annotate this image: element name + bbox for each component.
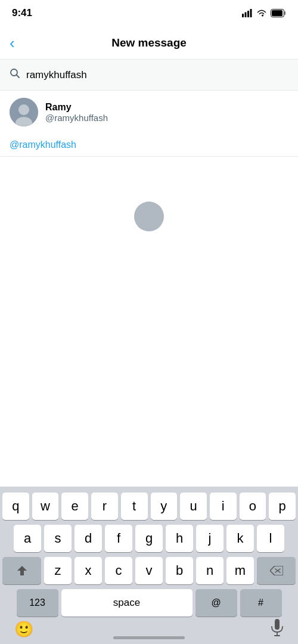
key-x[interactable]: x — [74, 557, 102, 584]
space-key[interactable]: space — [61, 589, 193, 617]
result-name: Ramy — [45, 102, 108, 113]
status-time: 9:41 — [12, 7, 32, 19]
key-d[interactable]: d — [74, 525, 102, 552]
numbers-key[interactable]: 123 — [17, 589, 58, 617]
shift-key[interactable] — [2, 557, 41, 584]
key-e[interactable]: e — [61, 493, 88, 520]
mic-icon[interactable] — [271, 619, 284, 639]
search-bar — [0, 60, 298, 91]
key-a[interactable]: a — [14, 525, 41, 552]
search-input[interactable] — [26, 69, 288, 81]
svg-point-10 — [18, 104, 29, 115]
shift-icon — [16, 565, 28, 577]
result-info: Ramy @ramykhuffash — [45, 102, 108, 123]
page-title: New message — [111, 36, 187, 49]
emoji-icon[interactable]: 🙂 — [14, 620, 33, 639]
svg-rect-6 — [284, 11, 286, 15]
key-u[interactable]: u — [180, 493, 207, 520]
svg-rect-14 — [275, 619, 280, 630]
key-k[interactable]: k — [226, 525, 254, 552]
selected-tag: @ramykhuffash — [0, 134, 298, 157]
key-c[interactable]: c — [105, 557, 132, 584]
battery-icon — [271, 9, 286, 17]
key-p[interactable]: p — [269, 493, 296, 520]
at-key[interactable]: @ — [195, 589, 237, 617]
key-r[interactable]: r — [91, 493, 118, 520]
key-q[interactable]: q — [2, 493, 29, 520]
hash-key[interactable]: # — [240, 589, 282, 617]
svg-rect-1 — [245, 13, 247, 18]
search-result-item[interactable]: Ramy @ramykhuffash — [0, 91, 298, 134]
key-n[interactable]: n — [196, 557, 224, 584]
key-w[interactable]: w — [32, 493, 59, 520]
keyboard-row-1: q w e r t y u i o p — [2, 493, 296, 520]
signal-icon — [242, 9, 253, 17]
search-icon — [10, 68, 20, 82]
header: ‹ New message — [0, 26, 298, 60]
result-handle: @ramykhuffash — [45, 113, 108, 123]
key-z[interactable]: z — [44, 557, 72, 584]
backspace-icon — [270, 566, 283, 575]
avatar — [10, 98, 38, 126]
back-button[interactable]: ‹ — [10, 35, 15, 51]
key-i[interactable]: i — [210, 493, 237, 520]
key-g[interactable]: g — [135, 525, 163, 552]
keyboard-row-2: a s d f g h j k l — [2, 525, 296, 552]
key-m[interactable]: m — [226, 557, 254, 584]
key-v[interactable]: v — [135, 557, 163, 584]
loading-area — [0, 157, 298, 276]
home-indicator — [113, 636, 185, 639]
status-icons — [242, 9, 286, 17]
keyboard[interactable]: q w e r t y u i o p a s d f g h j k l z … — [0, 487, 298, 644]
key-l[interactable]: l — [257, 525, 284, 552]
loading-dot — [134, 202, 164, 231]
key-y[interactable]: y — [151, 493, 178, 520]
key-f[interactable]: f — [105, 525, 132, 552]
svg-rect-5 — [272, 10, 283, 16]
keyboard-row-4: 123 space @ # — [2, 589, 296, 617]
status-bar: 9:41 — [0, 0, 298, 26]
wifi-icon — [256, 9, 267, 17]
keyboard-row-3: z x c v b n m — [2, 557, 296, 584]
key-s[interactable]: s — [44, 525, 72, 552]
key-t[interactable]: t — [121, 493, 148, 520]
svg-rect-0 — [242, 14, 244, 17]
key-h[interactable]: h — [166, 525, 193, 552]
backspace-key[interactable] — [257, 557, 296, 584]
svg-rect-3 — [250, 9, 252, 17]
svg-line-8 — [17, 75, 20, 78]
key-j[interactable]: j — [196, 525, 224, 552]
key-b[interactable]: b — [166, 557, 193, 584]
svg-rect-2 — [247, 11, 249, 17]
key-o[interactable]: o — [240, 493, 266, 520]
